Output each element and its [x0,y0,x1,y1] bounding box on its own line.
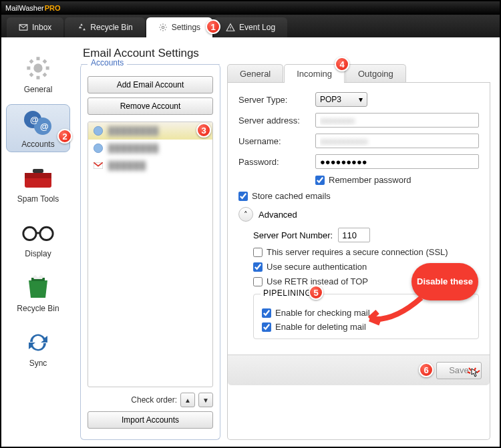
tab-eventlog[interactable]: Event Log [214,17,287,37]
sidebar-item-label: Recycle Bin [17,304,59,313]
glasses-icon [21,218,55,246]
accounts-groupbox: Accounts Add Email Account Remove Accoun… [80,64,220,440]
remove-account-button[interactable]: Remove Account [88,97,213,115]
svg-text:@: @ [30,115,39,125]
import-accounts-button[interactable]: Import Accounts [88,411,213,429]
recycle-icon [77,23,86,32]
port-input[interactable] [338,228,370,242]
pipelining-check-label: Enable for checking mail [275,308,370,318]
cursor-click-icon [466,367,484,384]
subtab-outgoing[interactable]: Outgoing [345,64,406,82]
tab-inbox-label: Inbox [32,23,51,32]
incoming-form: Server Type: POP3 ▾ Server address: User… [227,83,490,440]
tab-recycle-label: Recycle Bin [90,23,132,32]
svg-point-0 [162,26,164,29]
subtab-general[interactable]: General [227,64,283,82]
tab-eventlog-label: Event Log [239,23,275,32]
retr-label: Use RETR instead of TOP [267,276,368,286]
annotation-badge-2: 2 [57,129,72,144]
globe-icon [93,143,104,154]
advanced-label: Advanced [259,210,297,220]
ssl-label: This server requires a secure connection… [267,247,448,257]
subtab-incoming[interactable]: Incoming 4 [284,64,345,83]
main-panel: Email Account Settings Accounts Add Emai… [75,37,500,447]
account-subtabs: General Incoming 4 Outgoing [227,64,490,83]
toolbox-icon [21,164,55,192]
envelope-icon [19,23,28,32]
annotation-badge-3: 3 [196,123,211,138]
advanced-expander[interactable]: ˄ [238,207,253,222]
pipelining-check-checkbox[interactable] [262,308,271,318]
tab-settings-label: Settings [172,23,200,32]
move-up-button[interactable]: ▲ [180,393,195,407]
warning-icon [226,23,235,32]
account-settings-column: General Incoming 4 Outgoing Server Type:… [227,64,490,440]
tab-inbox[interactable]: Inbox [7,17,63,37]
svg-point-10 [40,227,53,240]
remember-password-label: Remember password [329,175,411,185]
port-label: Server Port Number: [253,230,333,240]
retr-checkbox[interactable] [253,277,263,286]
chevron-down-icon: ▾ [359,95,363,104]
account-name-redacted: ████████ [108,144,159,153]
server-type-combo[interactable]: POP3 ▾ [315,92,367,107]
title-bar: MailWasherPRO [1,1,500,15]
account-row[interactable]: ████████ [88,140,212,157]
pipelining-delete-label: Enable for deleting mail [275,322,366,332]
app-suffix: PRO [45,4,61,12]
account-row[interactable]: ████████ 3 [88,122,212,140]
sidebar-item-recycle[interactable]: Recycle Bin [6,268,70,316]
store-cached-checkbox[interactable] [238,192,248,201]
account-row[interactable]: ██████ [88,157,212,174]
store-cached-label: Store cached emails [252,191,331,201]
ssl-checkbox[interactable] [253,248,263,257]
sidebar-item-label: General [24,85,53,94]
server-address-input[interactable] [315,113,479,128]
pipelining-groupbox: PIPELINING 5 Enable for checking mail En… [253,294,479,339]
recycle-bin-icon [21,273,55,301]
accounts-list[interactable]: ████████ 3 ████████ ██████ [88,122,213,387]
check-order-label: Check order: [131,395,177,405]
add-account-button[interactable]: Add Email Account [88,76,213,93]
server-address-label: Server address: [238,116,309,126]
sidebar-item-display[interactable]: Display [6,214,70,262]
tab-settings[interactable]: Settings 1 [146,17,212,37]
account-name-redacted: ██████ [108,161,146,170]
gmail-icon [93,160,104,171]
body-area: General @@ Accounts 2 Spam Tools Display [1,37,500,447]
app-name: MailWasher [5,4,44,12]
check-order-row: Check order: ▲ ▼ [88,393,213,407]
save-button[interactable]: Save [436,362,482,379]
username-input[interactable] [315,134,479,148]
secure-auth-checkbox[interactable] [253,262,263,272]
accounts-icon: @@ [21,109,55,137]
password-label: Password: [238,157,309,167]
sidebar-item-label: Sync [29,359,47,368]
password-input[interactable] [315,154,479,169]
svg-rect-7 [25,173,51,178]
main-tab-bar: Inbox Recycle Bin Settings 1 Event Log [1,15,500,37]
svg-point-9 [23,227,36,240]
svg-point-12 [94,126,102,135]
account-name-redacted: ████████ [108,126,159,136]
globe-icon [93,126,104,136]
svg-point-1 [33,63,42,72]
sidebar-item-sync[interactable]: Sync [6,323,70,371]
sidebar-item-general[interactable]: General [6,49,70,97]
tab-recycle[interactable]: Recycle Bin [65,17,144,37]
gear-icon [21,54,55,82]
sync-icon [21,328,55,356]
sidebar-item-accounts[interactable]: @@ Accounts 2 [6,104,70,152]
secure-auth-label: Use secure authentication [267,262,367,272]
svg-point-13 [94,144,102,152]
remember-password-checkbox[interactable] [315,176,325,185]
move-down-button[interactable]: ▼ [198,393,213,407]
gear-icon [158,23,168,32]
sidebar-item-spam[interactable]: Spam Tools [6,159,70,207]
pipelining-label: PIPELINING [261,288,314,298]
username-label: Username: [238,136,309,146]
settings-sidebar: General @@ Accounts 2 Spam Tools Display [1,37,75,447]
pipelining-delete-checkbox[interactable] [262,322,271,332]
save-bar: 6 Save [228,355,490,385]
annotation-badge-6: 6 [419,363,434,377]
